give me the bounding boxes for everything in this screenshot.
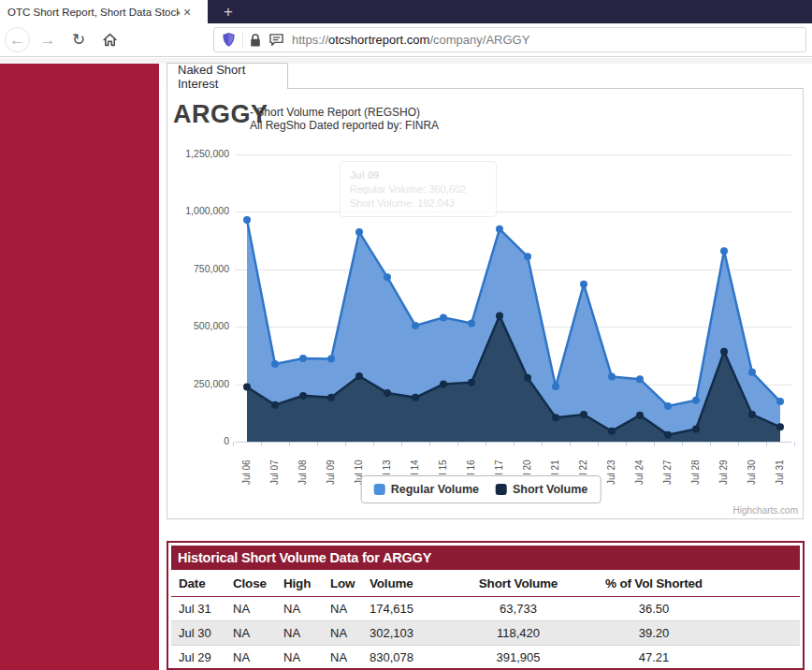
data-point (468, 379, 475, 386)
data-point (496, 312, 503, 319)
y-axis-label: 250,000 (167, 378, 229, 389)
chart-legend: Regular VolumeShort Volume (361, 475, 602, 503)
y-axis-label: 750,000 (167, 263, 229, 274)
legend-label: Short Volume (513, 483, 587, 496)
column-header-spacer (731, 570, 800, 597)
legend-label: Regular Volume (391, 483, 479, 496)
table-title: Historical Short Volume Data for ARGGY (171, 546, 800, 570)
message-icon[interactable] (268, 33, 284, 48)
table-cell-spacer (731, 597, 800, 621)
table-cell: 391,905 (459, 646, 577, 670)
data-point (636, 412, 644, 419)
table-cell: 118,420 (459, 621, 577, 646)
x-axis-label: Jul 28 (689, 447, 702, 485)
data-point (496, 226, 503, 233)
x-axis-label: Jul 08 (297, 447, 309, 485)
table-cell: 39.20 (577, 621, 731, 646)
data-point (692, 425, 700, 432)
table-cell: 36.50 (577, 597, 731, 621)
data-point (776, 398, 784, 405)
column-header: Close (225, 570, 276, 597)
tooltip-regular-volume: Regular Volume: 360,602 (350, 182, 486, 197)
data-point (608, 372, 616, 380)
table-cell: NA (276, 597, 323, 621)
url-scheme: https:// (292, 33, 328, 47)
table-cell: Jul 30 (171, 621, 225, 646)
chart-subtitle-line1: - Short Volume Report (REGSHO) (250, 106, 439, 119)
x-axis-label: Jul 29 (718, 447, 730, 485)
refresh-icon[interactable]: ↻ (67, 32, 90, 48)
data-point (440, 381, 447, 388)
url-domain: otcshortreport.com (328, 33, 429, 47)
table-cell: 174,615 (362, 597, 459, 621)
highcharts-credits[interactable]: Highcharts.com (733, 505, 798, 516)
table-cell: NA (276, 646, 323, 670)
data-point (692, 397, 700, 404)
short-volume-table: DateCloseHighLowVolumeShort Volume% of V… (171, 570, 800, 670)
table-cell: NA (225, 621, 276, 646)
table-cell: 63,733 (459, 597, 577, 621)
new-tab-button[interactable]: + (215, 0, 241, 23)
data-point (552, 414, 559, 421)
column-header: Volume (362, 570, 459, 597)
data-point (776, 423, 784, 430)
shield-icon[interactable] (222, 32, 236, 48)
data-point (355, 228, 363, 236)
data-point (636, 375, 644, 383)
data-point (720, 247, 728, 255)
data-point (748, 411, 756, 418)
data-point (412, 322, 419, 329)
data-point (524, 374, 531, 382)
table-cell: 302,103 (362, 621, 459, 646)
table-cell: NA (276, 621, 323, 646)
table-cell: 830,078 (362, 646, 459, 670)
data-point (664, 402, 672, 410)
tooltip-short-volume: Short Volume: 192,043 (350, 197, 486, 211)
data-point (299, 355, 307, 362)
x-axis-label: Jul 06 (240, 447, 253, 485)
legend-item-short-volume[interactable]: Short Volume (496, 483, 587, 496)
data-point (327, 355, 335, 362)
browser-tab[interactable]: OTC Short Report, Short Data Stock × (0, 0, 208, 23)
chart-subtitle: - Short Volume Report (REGSHO) All RegSh… (250, 106, 439, 132)
data-point (412, 394, 419, 401)
table-cell: Jul 29 (171, 646, 225, 670)
close-icon[interactable]: × (183, 5, 191, 20)
data-point (327, 394, 335, 401)
data-point (524, 253, 531, 260)
x-axis-label: Jul 30 (746, 447, 758, 485)
legend-item-regular-volume[interactable]: Regular Volume (374, 483, 479, 496)
data-point (243, 216, 251, 224)
browser-window: OTC Short Report, Short Data Stock × + ←… (0, 0, 812, 670)
url-text[interactable]: https://otcshortreport.com/company/ARGGY (292, 33, 529, 47)
x-axis-label: Jul 07 (268, 447, 281, 485)
tab-naked-short-interest[interactable]: Naked Short Interest (167, 63, 288, 89)
table-cell: NA (323, 621, 362, 646)
data-point (720, 348, 728, 356)
column-header: Date (171, 570, 225, 597)
table-cell: NA (323, 597, 362, 621)
table-row: Jul 30NANANA302,103118,42039.20 (171, 621, 800, 646)
column-header: Low (323, 570, 362, 597)
legend-swatch (496, 484, 507, 495)
url-bar[interactable]: https://otcshortreport.com/company/ARGGY (213, 27, 806, 52)
x-axis-label: Jul 23 (605, 447, 617, 485)
home-icon[interactable] (98, 32, 121, 48)
tooltip-date: Jul 09 (350, 168, 486, 182)
table-cell: 47.21 (577, 646, 731, 670)
lock-icon[interactable] (249, 33, 262, 48)
data-point (271, 360, 279, 368)
area-chart (233, 147, 794, 448)
forward-icon[interactable]: → (36, 32, 59, 48)
data-point (468, 320, 475, 328)
chart-panel: ARGGY - Short Volume Report (REGSHO) All… (167, 88, 804, 519)
back-icon[interactable]: ← (5, 27, 30, 52)
table-cell-spacer (731, 621, 800, 646)
y-axis-label: 0 (167, 435, 229, 446)
y-axis-label: 1,000,000 (167, 205, 229, 216)
legend-swatch (374, 484, 385, 495)
column-header: Short Volume (459, 570, 577, 597)
data-point (355, 372, 363, 380)
x-axis-label: Jul 27 (661, 447, 674, 485)
data-point (299, 392, 307, 400)
